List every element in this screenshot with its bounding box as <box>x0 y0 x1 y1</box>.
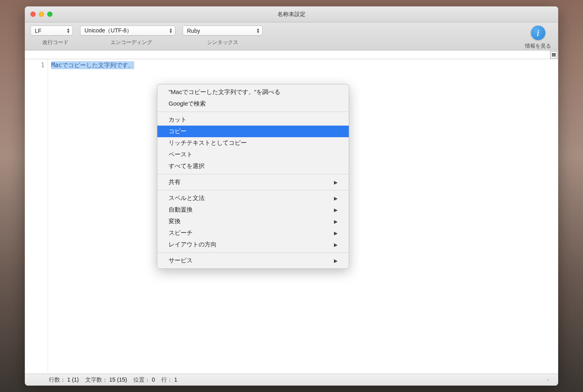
info-button[interactable]: i 情報を見る <box>525 26 551 50</box>
line-ending-select[interactable]: LF ▲▼ <box>30 26 73 36</box>
syntax-value: Ruby <box>187 28 200 34</box>
menu-item-label: "Macでコピーした文字列です。"を調べる <box>169 88 280 96</box>
menu-item-label: すべてを選択 <box>169 162 205 170</box>
chevron-right-icon: ▶ <box>334 258 338 264</box>
info-icon: i <box>531 26 545 40</box>
menu-item-label: 自動置換 <box>169 206 193 214</box>
menu-item[interactable]: カット <box>157 114 349 126</box>
encoding-label: エンコーディング <box>80 39 183 46</box>
menu-item[interactable]: すべてを選択 <box>157 160 349 172</box>
menu-item-label: 共有 <box>169 178 181 186</box>
encoding-value: Unicode（UTF-8） <box>84 27 132 34</box>
menu-item-label: ペースト <box>169 151 193 158</box>
menu-item-label: カット <box>169 116 187 124</box>
zoom-icon[interactable] <box>47 12 52 17</box>
line-number: 1 <box>25 62 44 69</box>
chevron-right-icon: ▶ <box>334 196 338 201</box>
menu-item[interactable]: "Macでコピーした文字列です。"を調べる <box>157 86 349 98</box>
chevron-right-icon: ▶ <box>334 207 338 213</box>
menu-separator <box>157 174 349 174</box>
encoding-select[interactable]: Unicode（UTF-8） ▲▼ <box>80 26 175 36</box>
info-label: 情報を見る <box>525 42 551 50</box>
status-position: 位置： 0 <box>133 376 155 384</box>
window-title: 名称未設定 <box>277 11 306 18</box>
titlebar[interactable]: 名称未設定 <box>25 6 558 22</box>
context-menu: "Macでコピーした文字列です。"を調べるGoogleで検索カットコピーリッチテ… <box>157 84 349 269</box>
menu-item[interactable]: ペースト <box>157 149 349 160</box>
menu-separator <box>157 252 349 253</box>
menu-item-label: Googleで検索 <box>169 100 206 108</box>
menu-item[interactable]: リッチテキストとしてコピー <box>157 137 349 149</box>
line-ending-value: LF <box>35 28 41 34</box>
menu-item-label: スペルと文法 <box>169 194 205 202</box>
menu-item[interactable]: 共有▶ <box>157 176 349 188</box>
chevron-right-icon: ▶ <box>334 180 338 185</box>
editor-window: 名称未設定 LF ▲▼ Unicode（UTF-8） ▲▼ Ruby ▲▼ 改行… <box>25 6 558 386</box>
menu-item-label: サービス <box>169 257 193 264</box>
status-chars: 文字数： 15 (15) <box>85 376 127 384</box>
menu-item[interactable]: Googleで検索 <box>157 98 349 110</box>
minimize-icon[interactable] <box>39 12 44 17</box>
menu-separator <box>157 190 349 190</box>
menu-item-label: リッチテキストとしてコピー <box>169 139 247 147</box>
ruler-bar <box>25 50 558 59</box>
menu-item[interactable]: スペルと文法▶ <box>157 192 349 204</box>
menu-item-label: スピーチ <box>169 229 193 237</box>
menu-item[interactable]: 変換▶ <box>157 216 349 227</box>
status-row: 行： 1 <box>161 376 177 384</box>
menu-item[interactable]: 自動置換▶ <box>157 204 349 216</box>
line-ending-label: 改行コード <box>30 39 80 46</box>
menu-item-label: レイアウトの方向 <box>169 241 217 248</box>
status-dash: - <box>547 376 552 384</box>
menu-item[interactable]: スピーチ▶ <box>157 227 349 239</box>
menu-separator <box>157 112 349 112</box>
menu-item[interactable]: サービス▶ <box>157 255 349 266</box>
menu-item-label: 変換 <box>169 218 181 225</box>
statusbar: 行数： 1 (1) 文字数： 15 (15) 位置： 0 行： 1 - <box>25 374 558 386</box>
close-icon[interactable] <box>30 12 36 17</box>
menu-item[interactable]: レイアウトの方向▶ <box>157 239 349 250</box>
traffic-lights <box>25 12 52 17</box>
view-toggle-button[interactable] <box>550 51 557 58</box>
chevron-right-icon: ▶ <box>334 219 338 224</box>
line-gutter: 1 <box>25 59 48 374</box>
selected-text[interactable]: Macでコピーした文字列です。 <box>51 61 134 69</box>
menu-item[interactable]: コピー <box>157 126 349 137</box>
chevron-updown-icon: ▲▼ <box>256 28 260 34</box>
chevron-right-icon: ▶ <box>334 242 338 248</box>
syntax-label: シンタックス <box>183 39 263 46</box>
status-lines: 行数： 1 (1) <box>49 376 79 384</box>
chevron-updown-icon: ▲▼ <box>169 28 173 34</box>
toolbar: LF ▲▼ Unicode（UTF-8） ▲▼ Ruby ▲▼ 改行コード エン… <box>25 22 558 50</box>
syntax-select[interactable]: Ruby ▲▼ <box>183 26 263 36</box>
menu-item-label: コピー <box>169 128 187 135</box>
chevron-right-icon: ▶ <box>334 230 338 236</box>
chevron-updown-icon: ▲▼ <box>66 28 70 34</box>
